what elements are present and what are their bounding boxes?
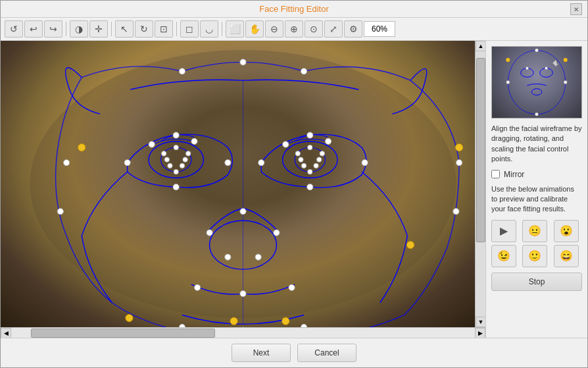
svg-point-40 bbox=[240, 209, 246, 215]
svg-point-66 bbox=[526, 67, 528, 70]
svg-point-44 bbox=[255, 254, 261, 260]
pan-tool-button[interactable]: ✋ bbox=[245, 20, 264, 38]
wireframe-overlay bbox=[1, 41, 485, 327]
face-preview bbox=[491, 46, 582, 118]
svg-point-41 bbox=[207, 230, 212, 236]
separator-1 bbox=[66, 22, 66, 36]
svg-point-50 bbox=[230, 317, 237, 325]
svg-point-57 bbox=[325, 138, 331, 144]
svg-point-17 bbox=[173, 132, 179, 138]
svg-point-33 bbox=[308, 145, 312, 149]
svg-point-63 bbox=[506, 81, 510, 84]
close-icon: ✕ bbox=[574, 6, 579, 13]
svg-point-29 bbox=[307, 132, 313, 138]
svg-point-43 bbox=[225, 254, 231, 260]
face-anim-wink-button[interactable]: 😉 bbox=[491, 245, 516, 267]
svg-point-7 bbox=[240, 59, 246, 65]
svg-point-68 bbox=[506, 58, 510, 62]
svg-point-18 bbox=[225, 159, 231, 165]
separator-2 bbox=[111, 22, 112, 36]
main-window: Face Fitting Editor ✕ ↺ ↩ ↪ ◑ ✛ ↖ ↻ ⊡ ◻ … bbox=[0, 0, 588, 368]
svg-point-36 bbox=[301, 163, 306, 168]
move-tool-button[interactable]: ✛ bbox=[89, 20, 108, 38]
zoom-reset-button[interactable]: ⊙ bbox=[305, 20, 323, 38]
svg-point-25 bbox=[174, 169, 178, 174]
close-button[interactable]: ✕ bbox=[570, 3, 582, 15]
undo-button[interactable]: ↩ bbox=[24, 20, 43, 38]
svg-point-54 bbox=[149, 142, 155, 147]
svg-point-21 bbox=[174, 145, 178, 149]
toolbar: ↺ ↩ ↪ ◑ ✛ ↖ ↻ ⊡ ◻ ◡ ⬜ ✋ ⊖ ⊕ ⊙ ⤢ ⚙ bbox=[1, 18, 587, 41]
rotate-tool-button[interactable]: ↻ bbox=[135, 20, 153, 38]
svg-point-26 bbox=[164, 157, 169, 162]
fit-tool-button[interactable]: ⬜ bbox=[226, 20, 244, 38]
svg-point-24 bbox=[168, 163, 172, 168]
svg-point-30 bbox=[362, 159, 368, 165]
select-tool-button[interactable]: ↖ bbox=[115, 20, 134, 38]
scrollbar-horizontal[interactable]: ◀ ▶ bbox=[1, 327, 485, 338]
scroll-track-h bbox=[11, 328, 475, 338]
svg-point-16 bbox=[124, 159, 130, 165]
zoom-in-button[interactable]: ⊕ bbox=[285, 20, 303, 38]
svg-point-42 bbox=[274, 230, 280, 236]
svg-point-10 bbox=[57, 209, 63, 215]
scroll-thumb-h[interactable] bbox=[31, 329, 215, 338]
face-preview-image bbox=[492, 47, 581, 118]
undo-rotate-left-button[interactable]: ↺ bbox=[5, 20, 23, 38]
scroll-up-button[interactable]: ▲ bbox=[476, 41, 485, 51]
separator-3 bbox=[176, 22, 177, 36]
svg-point-67 bbox=[545, 67, 548, 70]
svg-point-38 bbox=[299, 157, 303, 162]
face-anim-smile-button[interactable]: 🙂 bbox=[522, 245, 547, 267]
svg-point-46 bbox=[240, 290, 246, 296]
svg-point-23 bbox=[180, 163, 184, 168]
shape-tool-button[interactable]: ◻ bbox=[180, 20, 199, 38]
svg-point-19 bbox=[173, 184, 179, 190]
svg-point-65 bbox=[535, 113, 539, 116]
canvas-viewport[interactable]: ▲ ▼ bbox=[1, 41, 485, 327]
svg-point-39 bbox=[316, 157, 321, 162]
svg-point-45 bbox=[194, 284, 200, 290]
svg-point-62 bbox=[535, 49, 539, 52]
canvas-area: ▲ ▼ ◀ ▶ bbox=[1, 41, 485, 338]
svg-point-58 bbox=[508, 50, 565, 114]
svg-point-12 bbox=[453, 209, 459, 215]
scrollbar-vertical[interactable]: ▲ ▼ bbox=[475, 41, 485, 327]
svg-point-53 bbox=[456, 144, 463, 151]
svg-point-34 bbox=[320, 151, 324, 156]
svg-point-64 bbox=[564, 81, 567, 84]
svg-point-55 bbox=[191, 138, 197, 144]
play-animation-button[interactable]: ▶ bbox=[491, 220, 516, 242]
scroll-down-button[interactable]: ▼ bbox=[476, 317, 485, 327]
cancel-button[interactable]: Cancel bbox=[297, 344, 356, 362]
crop-tool-button[interactable]: ⊡ bbox=[155, 20, 173, 38]
svg-point-69 bbox=[564, 58, 568, 62]
title-bar: Face Fitting Editor ✕ bbox=[1, 1, 587, 18]
face-anim-neutral-button[interactable]: 😐 bbox=[522, 220, 547, 242]
stop-button[interactable]: Stop bbox=[491, 273, 582, 291]
zoom-input[interactable] bbox=[364, 21, 395, 37]
svg-point-32 bbox=[295, 151, 300, 156]
mask-view-button[interactable]: ◑ bbox=[70, 20, 88, 38]
scroll-thumb-v[interactable] bbox=[476, 58, 485, 242]
mirror-label: Mirror bbox=[504, 170, 524, 179]
svg-point-27 bbox=[183, 157, 187, 162]
next-button[interactable]: Next bbox=[232, 344, 291, 362]
raccoon-image bbox=[1, 41, 485, 327]
face-anim-laugh-button[interactable]: 😄 bbox=[554, 245, 579, 267]
calibrate-text: Use the below animations to preview and … bbox=[491, 184, 582, 215]
scroll-right-button[interactable]: ▶ bbox=[475, 328, 485, 338]
scroll-left-button[interactable]: ◀ bbox=[1, 328, 11, 338]
fit-screen-button[interactable]: ⤢ bbox=[324, 20, 343, 38]
svg-point-31 bbox=[307, 184, 313, 190]
face-anim-mouth-open-button[interactable]: 😮 bbox=[554, 220, 579, 242]
svg-point-47 bbox=[289, 284, 295, 290]
mirror-checkbox[interactable] bbox=[491, 170, 500, 178]
animation-grid: ▶ 😐 😮 😉 🙂 😄 bbox=[491, 220, 582, 267]
content-area: ▲ ▼ ◀ ▶ bbox=[1, 41, 587, 338]
settings-button[interactable]: ⚙ bbox=[344, 20, 362, 38]
zoom-out-button[interactable]: ⊖ bbox=[265, 20, 283, 38]
mouth-tool-button[interactable]: ◡ bbox=[200, 20, 218, 38]
svg-point-48 bbox=[78, 144, 86, 151]
redo-button[interactable]: ↪ bbox=[44, 20, 62, 38]
